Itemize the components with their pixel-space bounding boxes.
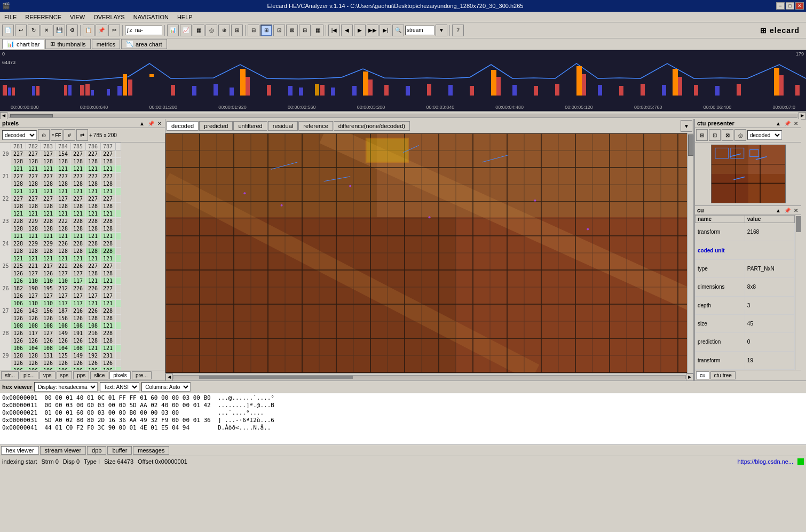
hex-content[interactable]: 0x00000001 00 00 01 40 01 0C 01 FF FF 01…	[0, 393, 806, 444]
pixel-cell[interactable]: 128	[26, 352, 41, 360]
cu-close-btn[interactable]: ✕	[793, 208, 799, 213]
pixels-grid[interactable]: 781 782 783 784 785 786 787 202272271271…	[0, 142, 165, 370]
nav-next[interactable]: ▶	[354, 25, 366, 36]
cu-pin-btn[interactable]: 📌	[783, 208, 792, 213]
ctu-pin-btn[interactable]: 📌	[783, 121, 792, 126]
pixel-cell[interactable]: 182	[11, 285, 26, 292]
pixel-cell[interactable]: 127	[70, 270, 85, 277]
stream-dropdown[interactable]: ▼	[436, 25, 447, 36]
pixel-cell[interactable]: 121	[56, 233, 70, 240]
menu-reference[interactable]: REFERENCE	[21, 13, 66, 21]
pixel-cell[interactable]: 228	[11, 240, 26, 248]
pixel-cell[interactable]: 227	[26, 150, 41, 158]
menu-help[interactable]: HELP	[173, 13, 197, 21]
pixel-cell[interactable]: 131	[41, 352, 56, 360]
pixel-cell[interactable]: 128	[11, 158, 26, 165]
stop-button[interactable]: ✕	[41, 25, 52, 36]
viewer-scroll-right[interactable]: ▶	[686, 374, 693, 381]
pixel-cell[interactable]: 108	[70, 345, 85, 352]
pixel-cell[interactable]: 128	[70, 248, 85, 255]
pixel-cell[interactable]: 227	[26, 195, 41, 203]
pixel-cell[interactable]: 228	[100, 218, 115, 225]
pixel-cell[interactable]: 121	[56, 210, 70, 218]
viewer-tab-difference[interactable]: difference(none/decoded)	[334, 121, 410, 131]
pixel-cell[interactable]: 117	[70, 300, 85, 307]
hex-tab-messages[interactable]: messages	[133, 446, 169, 455]
pixel-cell[interactable]: 121	[100, 188, 115, 195]
pixel-cell[interactable]: 229	[41, 240, 56, 248]
pixel-cell[interactable]: 228	[100, 248, 115, 255]
pixel-cell[interactable]: 227	[100, 150, 115, 158]
pixel-cell[interactable]: 226	[85, 307, 100, 315]
pixel-cell[interactable]: 127	[26, 270, 41, 277]
pixel-cell[interactable]: 128	[11, 248, 26, 255]
pixel-cell[interactable]: 128	[70, 158, 85, 165]
pixel-cell[interactable]: 229	[26, 218, 41, 225]
viewer-tab-predicted[interactable]: predicted	[199, 121, 233, 131]
hex-columns-select[interactable]: Columns: Auto	[141, 382, 191, 392]
pixel-cell[interactable]: 121	[56, 188, 70, 195]
pixel-cell[interactable]: 110	[41, 277, 56, 285]
close-button[interactable]: ✕	[795, 2, 804, 10]
pixel-cell[interactable]: 121	[56, 255, 70, 263]
pixel-cell[interactable]: 127	[56, 270, 70, 277]
pixel-cell[interactable]: 212	[56, 285, 70, 292]
pixel-cell[interactable]: 121	[85, 255, 100, 263]
settings-button[interactable]: ⚙	[66, 25, 78, 36]
pixel-cell[interactable]: 121	[100, 277, 115, 285]
pixel-cell[interactable]: 128	[11, 203, 26, 210]
pixel-cell[interactable]: 128	[85, 180, 100, 188]
pixel-cell[interactable]: 121	[11, 255, 26, 263]
pixels-ff-btn[interactable]: • FF	[51, 129, 62, 141]
pixel-cell[interactable]: 126	[11, 360, 26, 367]
ctu-float-btn[interactable]: ▲	[775, 121, 782, 126]
pixel-cell[interactable]: 227	[70, 173, 85, 180]
pixel-cell[interactable]: 228	[70, 240, 85, 248]
pixel-cell[interactable]: 128	[70, 225, 85, 233]
view5-button[interactable]: ⊟	[299, 25, 311, 36]
pixel-cell[interactable]: 187	[56, 307, 70, 315]
pixel-cell[interactable]: 227	[41, 195, 56, 203]
pixel-cell[interactable]: 128	[56, 203, 70, 210]
tool4-button[interactable]: ◎	[206, 25, 217, 36]
pixels-float-btn[interactable]: ▲	[138, 121, 146, 126]
pixel-cell[interactable]: 125	[56, 352, 70, 360]
pixel-cell[interactable]: 127	[70, 292, 85, 300]
cu-vscroll[interactable]	[795, 215, 801, 370]
pixel-cell[interactable]: 227	[100, 263, 115, 270]
pixel-cell[interactable]: 216	[70, 307, 85, 315]
pixel-cell[interactable]: 228	[100, 240, 115, 248]
pixel-cell[interactable]: 126	[85, 360, 100, 367]
bar-chart-button[interactable]: 📊	[167, 25, 179, 36]
pixel-cell[interactable]: 126	[56, 337, 70, 345]
pixel-cell[interactable]: 128	[41, 225, 56, 233]
pixel-cell[interactable]: 127	[41, 150, 56, 158]
pixel-cell[interactable]: 227	[70, 150, 85, 158]
pixel-cell[interactable]: 128	[56, 248, 70, 255]
pixel-cell[interactable]: 126	[70, 360, 85, 367]
pixel-cell[interactable]: 149	[70, 352, 85, 360]
pixel-cell[interactable]: 126	[26, 337, 41, 345]
chart-tab-area[interactable]: 📉 area chart	[121, 39, 167, 49]
cut-button[interactable]: ✂	[108, 25, 120, 36]
pixel-cell[interactable]: 128	[56, 158, 70, 165]
pixel-cell[interactable]: 126	[11, 315, 26, 322]
viewer-tab-decoded[interactable]: decoded	[167, 121, 199, 131]
refresh-button[interactable]: ↻	[28, 25, 39, 36]
view2-button[interactable]: ⊞	[260, 25, 272, 36]
pixel-cell[interactable]: 217	[41, 263, 56, 270]
pixel-cell[interactable]: 225	[11, 263, 26, 270]
viewer-vscroll[interactable]	[687, 133, 693, 373]
pixel-cell[interactable]: 121	[100, 300, 115, 307]
chart-scroll-left[interactable]: ◀	[0, 112, 7, 120]
pixel-cell[interactable]: 227	[11, 173, 26, 180]
pixel-cell[interactable]: 128	[11, 180, 26, 188]
pixel-cell[interactable]: 110	[26, 300, 41, 307]
pixel-cell[interactable]: 108	[41, 345, 56, 352]
pixel-cell[interactable]: 228	[41, 218, 56, 225]
pixel-cell[interactable]: 128	[100, 315, 115, 322]
pixel-cell[interactable]: 126	[41, 360, 56, 367]
save-button[interactable]: 💾	[53, 25, 65, 36]
pixel-cell[interactable]: 126	[41, 270, 56, 277]
pixel-cell[interactable]: 227	[85, 195, 100, 203]
